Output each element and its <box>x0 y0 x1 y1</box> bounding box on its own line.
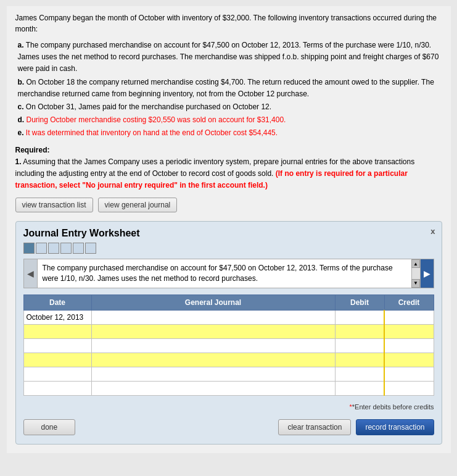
credit-input-4[interactable] <box>387 354 431 365</box>
done-button[interactable]: done <box>23 419 76 435</box>
description-text: The company purchased merchandise on acc… <box>38 259 411 288</box>
enter-debits-note: **Enter debits before credits <box>23 403 434 411</box>
journal-input-4[interactable] <box>94 354 332 365</box>
clear-transaction-button[interactable]: clear transaction <box>278 419 351 435</box>
debit-cell-3[interactable] <box>335 338 384 353</box>
journal-cell-1[interactable] <box>91 310 335 324</box>
debit-cell-1[interactable] <box>335 310 384 324</box>
journal-input-3[interactable] <box>94 340 332 351</box>
transaction-a: a. The company purchased merchandise on … <box>18 40 442 75</box>
journal-cell-4[interactable] <box>91 353 335 367</box>
journal-cell-5[interactable] <box>91 367 335 381</box>
debit-input-3[interactable] <box>338 340 382 351</box>
bottom-buttons: done clear transaction record transactio… <box>23 419 434 435</box>
record-transaction-button[interactable]: record transaction <box>356 419 434 435</box>
date-cell-5[interactable] <box>23 367 91 381</box>
debit-input-1[interactable] <box>338 312 382 323</box>
description-scrollbar: ▲ ▼ <box>411 259 420 288</box>
description-nav: ◀ The company purchased merchandise on a… <box>23 259 434 288</box>
view-general-journal-button[interactable]: view general journal <box>98 198 178 212</box>
transaction-c: c. On October 31, James paid for the mer… <box>18 101 442 113</box>
table-row <box>23 324 434 338</box>
transaction-e: e. It was determined that inventory on h… <box>18 127 442 139</box>
date-input-2[interactable] <box>27 326 89 337</box>
debit-input-2[interactable] <box>338 326 382 337</box>
credit-input-5[interactable] <box>387 369 431 380</box>
worksheet-title: Journal Entry Worksheet <box>23 228 434 239</box>
nav-next-button[interactable]: ▶ <box>420 259 434 288</box>
date-input-6[interactable] <box>27 383 89 394</box>
required-section: Required: 1. Assuming that the James Com… <box>15 144 442 192</box>
credit-cell-2[interactable] <box>384 324 434 338</box>
credit-input-1[interactable] <box>387 312 431 323</box>
credit-input-3[interactable] <box>387 340 431 351</box>
right-buttons: clear transaction record transaction <box>278 419 434 435</box>
date-input-3[interactable] <box>27 340 89 351</box>
credit-cell-6[interactable] <box>384 381 434 395</box>
debit-input-5[interactable] <box>338 369 382 380</box>
journal-input-5[interactable] <box>94 369 332 380</box>
transactions-list: a. The company purchased merchandise on … <box>15 40 442 140</box>
debit-cell-4[interactable] <box>335 353 384 367</box>
page-container: James Company began the month of October… <box>7 6 451 453</box>
journal-input-6[interactable] <box>94 383 332 394</box>
worksheet-panel: x Journal Entry Worksheet ◀ The company … <box>15 221 442 445</box>
step-indicators <box>23 243 434 254</box>
table-row <box>23 367 434 381</box>
credit-input-2[interactable] <box>387 326 431 337</box>
nav-prev-button[interactable]: ◀ <box>24 259 38 288</box>
step-4[interactable] <box>60 243 72 254</box>
col-debit: Debit <box>335 294 384 310</box>
col-general-journal: General Journal <box>91 294 335 310</box>
transaction-d: d. During October merchandise costing $2… <box>18 114 442 126</box>
step-5[interactable] <box>73 243 84 254</box>
step-2[interactable] <box>36 243 47 254</box>
date-cell-2[interactable] <box>23 324 91 338</box>
step-1[interactable] <box>23 243 35 254</box>
date-input-4[interactable] <box>27 354 89 365</box>
journal-input-2[interactable] <box>94 326 332 337</box>
debit-cell-2[interactable] <box>335 324 384 338</box>
table-row <box>23 353 434 367</box>
col-credit: Credit <box>384 294 434 310</box>
journal-table: Date General Journal Debit Credit Octobe… <box>23 294 434 396</box>
journal-cell-6[interactable] <box>91 381 335 395</box>
date-input-5[interactable] <box>27 369 89 380</box>
journal-cell-2[interactable] <box>91 324 335 338</box>
date-cell-6[interactable] <box>23 381 91 395</box>
credit-input-6[interactable] <box>387 383 431 394</box>
view-transaction-list-button[interactable]: view transaction list <box>15 198 93 212</box>
debit-cell-5[interactable] <box>335 367 384 381</box>
transaction-b: b. On October 18 the company returned me… <box>18 77 442 100</box>
date-cell-3[interactable] <box>23 338 91 353</box>
credit-cell-4[interactable] <box>384 353 434 367</box>
debit-cell-6[interactable] <box>335 381 384 395</box>
intro-text: James Company began the month of October… <box>15 12 442 35</box>
journal-cell-3[interactable] <box>91 338 335 353</box>
table-row <box>23 338 434 353</box>
credit-cell-1[interactable] <box>384 310 434 324</box>
table-row: October 12, 2013 <box>23 310 434 324</box>
scrollbar-up-button[interactable]: ▲ <box>411 259 420 268</box>
scrollbar-down-button[interactable]: ▼ <box>411 279 420 288</box>
credit-cell-3[interactable] <box>384 338 434 353</box>
step-6[interactable] <box>85 243 96 254</box>
debit-input-4[interactable] <box>338 354 382 365</box>
journal-input-1[interactable] <box>94 312 332 323</box>
col-date: Date <box>23 294 91 310</box>
debit-input-6[interactable] <box>338 383 382 394</box>
credit-cell-5[interactable] <box>384 367 434 381</box>
step-3[interactable] <box>48 243 59 254</box>
table-row <box>23 381 434 395</box>
top-buttons: view transaction list view general journ… <box>15 198 442 212</box>
date-cell-4[interactable] <box>23 353 91 367</box>
close-button[interactable]: x <box>430 227 435 236</box>
date-cell-1: October 12, 2013 <box>23 310 91 324</box>
